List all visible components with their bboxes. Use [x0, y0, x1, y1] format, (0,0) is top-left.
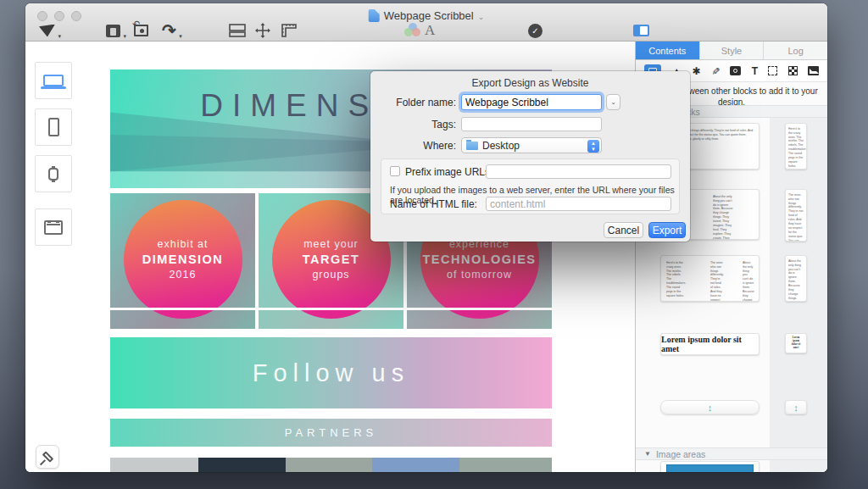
heading-block-thumbnail[interactable]: Lorem ipsum dolor sit amet — [660, 333, 760, 355]
selection-box-icon[interactable] — [768, 66, 777, 75]
media-box-icon — [730, 66, 741, 75]
panel-tabs: Contents Style Log — [636, 42, 827, 60]
popup-stepper-icon[interactable]: ▲▼ — [587, 140, 599, 153]
fonts-icon: A — [425, 22, 435, 39]
folder-name-label: Folder name: — [370, 97, 461, 108]
image-areas-label: Image areas — [656, 449, 705, 459]
pattern-icon[interactable] — [788, 66, 798, 75]
text-block-thumbnail[interactable]: Here's to the crazy ones. The misfits. T… — [785, 123, 807, 169]
folder-name-input[interactable] — [461, 94, 602, 110]
logo-strip — [110, 458, 552, 472]
ruler-button[interactable] — [281, 21, 298, 40]
thumbnail-text: About the only thing you can't do is ign… — [788, 258, 804, 302]
partners-label: PARTNERS — [285, 426, 378, 439]
style-paint-button[interactable] — [36, 445, 59, 469]
move-cross-icon — [255, 23, 270, 38]
dashed-box-icon — [768, 66, 777, 75]
publish-arrow-icon — [39, 25, 55, 37]
prefix-urls-checkbox[interactable] — [390, 166, 400, 176]
printer-icon — [44, 220, 63, 235]
colors-button[interactable] — [404, 21, 421, 40]
thumbnail-heading: Lorem ipsum dolor sit amet — [791, 336, 801, 350]
logo-swatch — [286, 458, 372, 472]
dialog-title: Export Design as Website — [370, 77, 690, 89]
text-icon[interactable]: T — [752, 65, 758, 77]
circle-line: DIMENSION — [142, 253, 224, 266]
tab-style[interactable]: Style — [700, 42, 765, 59]
colors-icon — [404, 23, 421, 38]
share-button[interactable]: ↷▾ — [162, 21, 176, 40]
wrap-box-button[interactable]: ▾ — [106, 21, 120, 40]
traffic-lights — [37, 11, 81, 21]
pen-icon[interactable]: ✎ — [709, 66, 721, 75]
minimize-icon[interactable] — [54, 11, 64, 21]
partners-section[interactable]: PARTNERS — [110, 419, 552, 447]
expand-dialog-button[interactable]: ⌄ — [606, 94, 620, 110]
title-chevron-down-icon[interactable]: ⌄ — [478, 13, 485, 21]
tags-input[interactable] — [461, 117, 602, 131]
chevron-down-icon: ▾ — [123, 33, 126, 40]
resize-vertical-icon: ↕ — [708, 403, 713, 413]
laptop-icon — [43, 75, 64, 86]
blocks-icon — [229, 24, 246, 37]
place-image-button[interactable]: ↶ — [134, 21, 148, 40]
picture-icon — [808, 66, 819, 75]
disclosure-triangle-icon[interactable]: ▼ — [644, 450, 651, 458]
resize-vertical-icon: ↕ — [793, 403, 798, 413]
move-tool-button[interactable] — [255, 21, 270, 40]
spacer-block-thumbnail[interactable]: ↕ — [785, 400, 807, 414]
sidebar-toggle-button[interactable] — [633, 21, 649, 40]
image-area-preview — [666, 464, 754, 472]
fonts-button[interactable]: A — [425, 21, 435, 40]
where-popup[interactable]: Desktop ▲▼ — [461, 137, 602, 153]
window-title-group[interactable]: Webpage Scribbel ⌄ — [369, 9, 485, 22]
follow-us-label: Follow us — [253, 359, 410, 387]
follow-us-section[interactable]: Follow us — [110, 337, 552, 408]
spacer-block-thumbnail[interactable]: ↕ — [660, 400, 760, 414]
image-area-thumbnail[interactable] — [660, 461, 760, 472]
cancel-button[interactable]: Cancel — [604, 222, 643, 238]
ruler-icon — [281, 23, 298, 38]
box-icon — [106, 25, 120, 37]
arrange-blocks-button[interactable] — [229, 21, 246, 40]
export-button[interactable]: Export — [648, 222, 686, 238]
publish-tool-button[interactable]: ▾ — [39, 21, 55, 40]
star-shape-icon[interactable]: ✱ — [693, 65, 701, 77]
circle-line: 2016 — [170, 269, 197, 281]
prefix-urls-input[interactable] — [486, 164, 671, 179]
image-areas-header[interactable]: ▼ Image areas — [636, 447, 827, 460]
text-block-thumbnail[interactable]: The ones who see things differently. The… — [785, 189, 807, 242]
where-label: Where: — [370, 140, 461, 152]
device-phone-button[interactable] — [35, 108, 72, 146]
text-block-thumbnail[interactable]: Here's to the crazy ones. The misfits. T… — [660, 255, 760, 302]
image-block-icon[interactable] — [808, 66, 819, 75]
titlebar: Webpage Scribbel ⌄ ▾ ▾ ↶ ↷▾ — [25, 3, 827, 42]
html-file-input[interactable] — [486, 197, 671, 211]
circle-line: meet your — [303, 238, 359, 250]
close-icon[interactable] — [37, 11, 47, 21]
window-title: Webpage Scribbel — [384, 9, 474, 22]
zoom-icon[interactable] — [71, 11, 81, 21]
device-print-button[interactable] — [35, 208, 72, 246]
thumbnail-heading: Lorem ipsum dolor sit amet — [661, 335, 759, 353]
tab-contents[interactable]: Contents — [636, 42, 700, 59]
device-laptop-button[interactable] — [35, 62, 72, 99]
heading-block-thumbnail[interactable]: Lorem ipsum dolor sit amet — [785, 333, 807, 353]
logo-swatch — [198, 458, 286, 472]
tags-label: Tags: — [370, 119, 461, 131]
media-icon[interactable] — [730, 66, 741, 75]
add-watch-button[interactable]: + — [740, 21, 827, 40]
feature-circle: exhibit at DIMENSION 2016 — [124, 200, 242, 319]
circle-line: groups — [312, 269, 349, 281]
text-block-thumbnail[interactable]: About the only thing you can't do is ign… — [785, 255, 807, 302]
circle-line: of tomorrow — [447, 269, 512, 281]
phone-icon — [48, 118, 59, 136]
folder-icon — [466, 142, 478, 150]
thumbnail-text: Here's to the crazy ones. The misfits. T… — [666, 260, 686, 302]
tab-log[interactable]: Log — [764, 42, 827, 59]
preview-check-button[interactable]: ✓ — [528, 21, 542, 40]
place-image-icon: ↶ — [134, 25, 148, 36]
document-icon — [369, 9, 380, 22]
paint-roller-icon — [42, 451, 53, 462]
device-watch-button[interactable] — [35, 155, 72, 192]
